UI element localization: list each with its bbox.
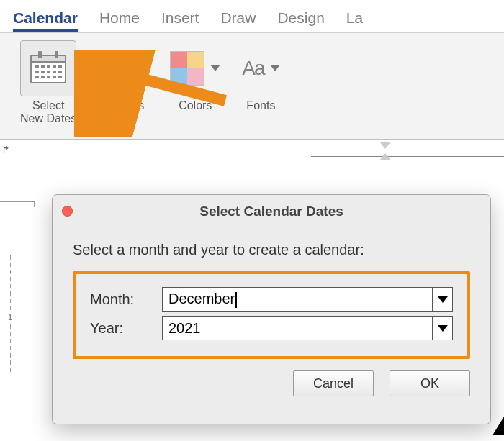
year-value: 2021 xyxy=(168,320,446,337)
calendar-icon xyxy=(28,48,68,88)
ruler-corner-icon: ↱ xyxy=(1,144,10,155)
svg-rect-14 xyxy=(35,76,39,78)
svg-rect-9 xyxy=(35,71,39,73)
tab-draw[interactable]: Draw xyxy=(220,9,256,32)
ruler-area: ↱ xyxy=(0,140,504,161)
chevron-down-icon[interactable] xyxy=(432,288,452,311)
year-combobox[interactable]: 2021 xyxy=(162,316,453,340)
dialog-prompt: Select a month and year to create a cale… xyxy=(73,242,470,258)
year-label: Year: xyxy=(90,320,162,337)
svg-rect-17 xyxy=(53,76,56,78)
dialog-titlebar[interactable]: Select Calendar Dates xyxy=(53,195,490,227)
ruler-marker-top[interactable] xyxy=(379,142,391,149)
svg-rect-15 xyxy=(41,76,45,78)
svg-rect-2 xyxy=(38,51,42,58)
vertical-ruler[interactable]: 1 xyxy=(4,255,16,435)
svg-rect-18 xyxy=(58,76,62,78)
ruler-marker-bottom[interactable] xyxy=(379,153,391,160)
month-value: December xyxy=(168,291,446,308)
svg-rect-5 xyxy=(41,65,45,68)
ok-button[interactable]: OK xyxy=(390,370,470,396)
svg-rect-3 xyxy=(55,51,58,58)
svg-line-28 xyxy=(103,68,225,101)
cancel-button[interactable]: Cancel xyxy=(293,370,374,396)
svg-marker-26 xyxy=(270,65,280,71)
ruler-number-1: 1 xyxy=(8,313,12,322)
svg-rect-1 xyxy=(31,55,66,62)
select-calendar-dates-dialog: Select Calendar Dates Select a month and… xyxy=(52,194,491,424)
background-shape xyxy=(492,417,504,435)
svg-rect-8 xyxy=(58,65,62,68)
tab-calendar[interactable]: Calendar xyxy=(13,9,78,32)
dialog-title: Select Calendar Dates xyxy=(53,204,490,219)
tab-insert[interactable]: Insert xyxy=(161,9,199,32)
fonts-button[interactable]: Aa xyxy=(242,57,264,80)
tab-truncated[interactable]: La xyxy=(346,9,363,32)
horizontal-ruler[interactable] xyxy=(311,144,504,158)
tab-design[interactable]: Design xyxy=(277,9,324,32)
annotation-arrow xyxy=(74,50,233,137)
svg-rect-16 xyxy=(47,76,50,78)
svg-rect-4 xyxy=(35,65,39,68)
select-new-dates-button[interactable] xyxy=(20,40,76,96)
tab-home[interactable]: Home xyxy=(99,9,140,32)
svg-rect-12 xyxy=(53,71,56,73)
form-highlight-box: Month: December Year: 2021 xyxy=(73,271,470,359)
svg-rect-11 xyxy=(47,71,50,73)
chevron-down-icon[interactable] xyxy=(432,317,452,340)
fonts-label: Fonts xyxy=(246,99,275,112)
document-edge xyxy=(0,201,35,207)
svg-rect-6 xyxy=(47,65,50,68)
ribbon-tabs: Calendar Home Insert Draw Design La xyxy=(0,0,504,33)
month-combobox[interactable]: December xyxy=(162,287,453,312)
svg-rect-10 xyxy=(41,71,45,73)
select-new-dates-label: Select New Dates xyxy=(20,99,76,126)
fonts-dropdown-caret[interactable] xyxy=(270,65,280,72)
svg-rect-13 xyxy=(58,71,62,73)
svg-rect-7 xyxy=(53,65,56,68)
month-label: Month: xyxy=(90,291,162,308)
